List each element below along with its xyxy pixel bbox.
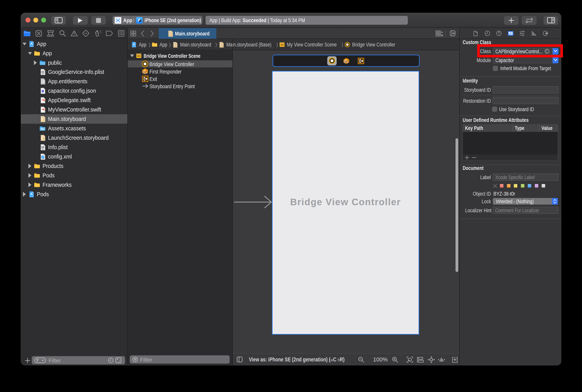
svg-text:1: 1 [145, 71, 147, 74]
svg-text:1: 1 [347, 60, 348, 64]
svg-text:B: B [42, 90, 43, 92]
